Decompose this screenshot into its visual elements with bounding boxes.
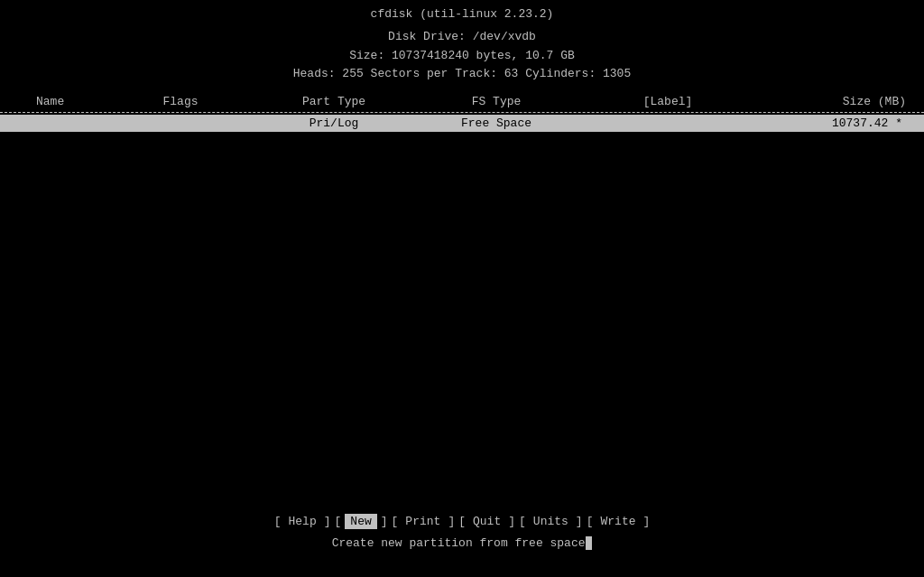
partition-table: Name Flags Part Type FS Type [Label] Siz…	[0, 93, 924, 132]
row-size: 10737.42 *	[758, 116, 924, 130]
menu-bar: [ Help ] [ New ] [ Print ] [ Quit ] [ Un…	[0, 514, 924, 529]
col-header-fstype: FS Type	[415, 95, 578, 108]
status-bar: Create new partition from free space	[0, 536, 924, 550]
menu-quit-label[interactable]: Quit	[469, 515, 504, 528]
bracket-close-3: ]	[448, 515, 455, 528]
terminal-screen: cfdisk (util-linux 2.23.2) Disk Drive: /…	[0, 0, 924, 577]
menu-write-label[interactable]: Write	[596, 515, 639, 528]
bracket-open-5: [	[519, 515, 526, 528]
col-header-parttype: Part Type	[253, 95, 415, 108]
menu-units-label[interactable]: Units	[530, 515, 572, 528]
menu-help-label[interactable]: Help	[284, 515, 319, 528]
disk-drive: Disk Drive: /dev/xvdb	[0, 28, 924, 47]
main-content-area	[0, 132, 924, 577]
row-parttype: Pri/Log	[253, 116, 415, 130]
col-header-name: Name	[0, 95, 108, 108]
bracket-close-4: ]	[508, 515, 515, 528]
disk-size: Size: 10737418240 bytes, 10.7 GB	[0, 47, 924, 66]
bracket-open-2: [	[335, 515, 342, 528]
table-divider	[0, 112, 924, 113]
bracket-close-5: ]	[576, 515, 583, 528]
col-header-size: Size (MB)	[758, 95, 924, 108]
bracket-close-1: ]	[324, 515, 331, 528]
bracket-close-6: ]	[643, 515, 651, 528]
status-text: Create new partition from free space	[332, 536, 586, 550]
disk-geometry: Heads: 255 Sectors per Track: 63 Cylinde…	[0, 65, 924, 84]
bracket-open-1: [	[274, 515, 282, 528]
footer-section: [ Help ] [ New ] [ Print ] [ Quit ] [ Un…	[0, 514, 924, 550]
table-header-row: Name Flags Part Type FS Type [Label] Siz…	[0, 93, 924, 110]
row-asterisk: *	[895, 116, 906, 130]
bracket-open-3: [	[392, 515, 399, 528]
header-section: cfdisk (util-linux 2.23.2) Disk Drive: /…	[0, 0, 924, 84]
bracket-open-6: [	[587, 515, 594, 528]
bracket-close-2: ]	[381, 515, 388, 528]
row-fstype: Free Space	[415, 116, 578, 130]
row-flags	[108, 116, 253, 130]
row-label	[578, 116, 758, 130]
col-header-flags: Flags	[108, 95, 253, 108]
app-title: cfdisk (util-linux 2.23.2)	[0, 5, 924, 24]
status-cursor	[586, 536, 593, 550]
menu-print-label[interactable]: Print	[402, 515, 444, 528]
table-row: Pri/Log Free Space 10737.42 *	[0, 115, 924, 132]
row-name	[0, 116, 108, 130]
menu-new-label[interactable]: New	[345, 514, 376, 529]
col-header-label: [Label]	[578, 95, 758, 108]
bracket-open-4: [	[458, 515, 466, 528]
